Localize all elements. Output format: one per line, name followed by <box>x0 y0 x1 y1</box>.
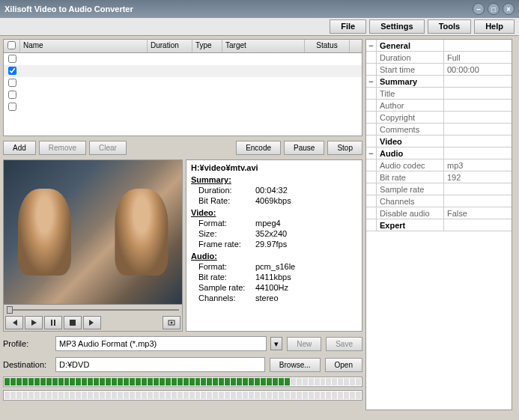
maximize-icon[interactable]: □ <box>488 3 500 15</box>
collapse-icon[interactable]: − <box>366 147 377 159</box>
video-preview <box>3 159 183 332</box>
open-button[interactable]: Open <box>325 358 362 372</box>
preview-image <box>4 160 182 304</box>
menu-settings[interactable]: Settings <box>369 19 424 34</box>
pause-playback-button[interactable] <box>44 316 62 329</box>
file-info-panel: H:¥video¥mtv.avi Summary: Duration:00:04… <box>186 159 362 332</box>
chevron-down-icon[interactable]: ▾ <box>270 337 282 350</box>
new-profile-button[interactable]: New <box>287 337 321 351</box>
table-row[interactable] <box>4 89 362 101</box>
pause-button[interactable]: Pause <box>284 141 324 155</box>
video-heading: Video: <box>191 208 357 217</box>
destination-label: Destination: <box>3 360 51 369</box>
row-checkbox[interactable] <box>8 79 16 87</box>
header-name[interactable]: Name <box>20 40 148 52</box>
seek-slider[interactable] <box>4 304 182 314</box>
header-checkbox[interactable] <box>4 40 20 52</box>
table-row[interactable] <box>4 53 362 65</box>
total-progress <box>3 390 362 401</box>
properties-panel: −General DurationFull Start time00:00:00… <box>365 39 512 410</box>
header-duration[interactable]: Duration <box>148 40 192 52</box>
collapse-icon[interactable]: − <box>366 40 377 51</box>
row-checkbox[interactable] <box>8 55 16 63</box>
save-profile-button[interactable]: Save <box>326 337 362 351</box>
file-table: Name Duration Type Target Status <box>3 39 362 136</box>
collapse-icon[interactable]: − <box>366 76 377 87</box>
play-button[interactable] <box>25 316 43 329</box>
stop-button[interactable]: Stop <box>327 141 362 155</box>
file-path: H:¥video¥mtv.avi <box>191 163 357 172</box>
next-button[interactable] <box>83 316 101 329</box>
encoding-progress <box>3 377 362 387</box>
menubar: File Settings Tools Help <box>0 18 519 36</box>
menu-tools[interactable]: Tools <box>428 19 472 34</box>
encode-button[interactable]: Encode <box>236 141 281 155</box>
header-type[interactable]: Type <box>192 40 222 52</box>
close-icon[interactable]: × <box>503 3 515 15</box>
stop-playback-button[interactable] <box>64 316 82 329</box>
snapshot-button[interactable] <box>163 316 180 329</box>
row-checkbox[interactable] <box>8 67 16 75</box>
browse-button[interactable]: Browse... <box>270 358 321 372</box>
row-checkbox[interactable] <box>8 91 16 99</box>
titlebar: Xilisoft Video to Audio Converter – □ × <box>0 0 519 18</box>
audio-heading: Audio: <box>191 252 357 261</box>
add-button[interactable]: Add <box>3 141 36 155</box>
table-row[interactable] <box>4 65 362 77</box>
table-row[interactable] <box>4 101 362 113</box>
menu-file[interactable]: File <box>330 19 366 34</box>
profile-label: Profile: <box>3 339 51 348</box>
summary-heading: Summary: <box>191 175 357 184</box>
clear-button[interactable]: Clear <box>89 141 127 155</box>
destination-input[interactable]: D:¥DVD <box>55 357 265 372</box>
profile-select[interactable]: MP3 Audio Format (*.mp3) <box>55 336 267 351</box>
menu-help[interactable]: Help <box>474 19 515 34</box>
app-title: Xilisoft Video to Audio Converter <box>4 4 133 13</box>
table-row[interactable] <box>4 77 362 89</box>
remove-button[interactable]: Remove <box>39 141 86 155</box>
header-target[interactable]: Target <box>222 40 305 52</box>
row-checkbox[interactable] <box>8 103 16 111</box>
prev-button[interactable] <box>5 316 23 329</box>
svg-point-1 <box>171 322 173 324</box>
header-status[interactable]: Status <box>305 40 350 52</box>
minimize-icon[interactable]: – <box>473 3 485 15</box>
